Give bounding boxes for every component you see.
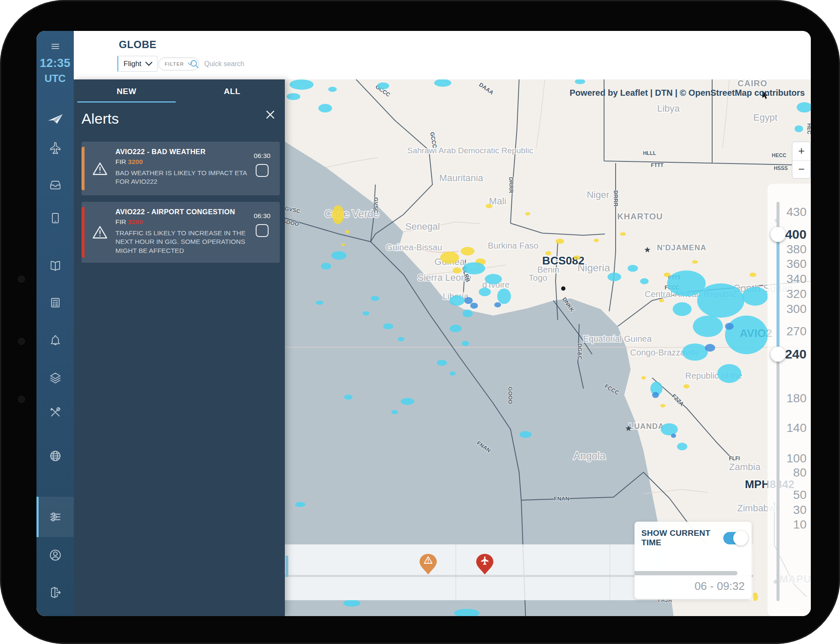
alert-fir: FIR 3200 — [115, 218, 248, 226]
timeline-now-indicator[interactable] — [286, 556, 288, 577]
alert-card-airport-congestion[interactable]: AVIO222 - AIRPORT CONGESTION FIR 3200 TR… — [82, 202, 280, 263]
alert-message: TRAFFIC IS LIKELY TO INCREASE IN THE NEX… — [115, 229, 248, 255]
map-label-co: Equatorial Guinea — [583, 334, 652, 343]
weather-cell — [594, 239, 599, 242]
map-label-ci: CAIRO — [737, 79, 767, 88]
weather-cell — [574, 255, 580, 260]
weather-cell — [321, 263, 331, 270]
weather-cell — [673, 302, 692, 316]
weather-cell — [652, 392, 659, 398]
show-current-time-row: SHOW CURRENT TIME — [641, 529, 746, 547]
search-type-dropdown[interactable]: Flight — [117, 56, 157, 72]
weather-cell — [628, 265, 638, 272]
sidebar-item-flights[interactable] — [36, 136, 74, 160]
book-icon — [48, 259, 62, 273]
weather-cell — [479, 288, 491, 296]
map-label-fi: DGAC — [577, 343, 583, 360]
warning-triangle-icon — [91, 225, 109, 240]
bell-icon — [48, 334, 62, 347]
menu-hamburger-button[interactable] — [36, 34, 74, 58]
weather-cell — [363, 311, 369, 316]
quick-search-input[interactable]: Quick search — [190, 58, 244, 70]
weather-cell — [318, 104, 332, 112]
weather-cell — [470, 303, 478, 309]
weather-cell — [667, 270, 706, 296]
tablet-mockup: 12:35 UTC — [0, 0, 840, 644]
weather-cell — [461, 247, 474, 255]
news-icon — [48, 296, 62, 310]
hamburger-icon — [48, 39, 62, 53]
level-slider-handle-upper[interactable] — [771, 227, 786, 242]
tab-new[interactable]: NEW — [74, 79, 179, 103]
alert-time: 06:30 — [254, 152, 271, 160]
weather-cell — [683, 384, 689, 389]
weather-cell — [344, 395, 353, 400]
map-label-fi: HSSS — [774, 165, 788, 171]
alerts-tabs: NEW ALL — [74, 79, 285, 103]
zoom-out-button[interactable]: − — [792, 161, 810, 179]
level-label-340: 340 — [786, 272, 807, 286]
level-label-380: 380 — [786, 243, 807, 256]
map-label-fi: FLFI — [729, 456, 740, 462]
close-alerts-button[interactable] — [264, 109, 276, 121]
sidebar-item-settings-active[interactable] — [36, 497, 74, 537]
layers-icon — [48, 371, 62, 385]
timeline-marker-flight[interactable] — [475, 553, 494, 576]
alerts-title: Alerts — [82, 110, 119, 127]
sidebar-item-device[interactable] — [36, 206, 74, 230]
map-label-ci: N'DJAMENA — [657, 243, 706, 252]
map-label-co: Guinea-Bissau — [386, 243, 442, 252]
severity-bar — [82, 207, 85, 258]
weather-cell — [620, 232, 626, 236]
toggle-knob — [733, 531, 748, 546]
sidebar-item-reports[interactable] — [36, 291, 74, 315]
sidebar-item-tools[interactable] — [36, 400, 74, 424]
map-label-co: Mauritania — [439, 173, 483, 183]
weather-cell — [607, 273, 621, 281]
tab-all[interactable]: ALL — [179, 79, 285, 103]
weather-cell — [343, 600, 360, 607]
chevron-down-icon — [145, 61, 153, 67]
sidebar-item-logout[interactable] — [36, 580, 74, 605]
weather-cell — [371, 296, 379, 301]
logout-icon — [48, 586, 62, 599]
alert-body: AVIO222 - AIRPORT CONGESTION FIR 3200 TR… — [115, 207, 248, 258]
alert-fir: FIR 3200 — [115, 158, 248, 166]
level-slider-handle-lower[interactable] — [771, 347, 786, 362]
sidebar-item-layers[interactable] — [36, 366, 74, 390]
sidebar-item-inbox[interactable] — [36, 173, 74, 197]
search-type-value: Flight — [124, 60, 142, 68]
app-logo — [36, 106, 74, 131]
weather-cell — [295, 502, 305, 507]
zoom-in-button[interactable]: + — [792, 142, 810, 161]
weather-cell — [497, 289, 511, 304]
weather-cell — [463, 262, 485, 274]
level-track-selected[interactable] — [777, 234, 780, 354]
timeline-scroll-bar[interactable] — [635, 571, 737, 575]
sidebar-item-notifications[interactable] — [36, 328, 74, 352]
weather-cell — [682, 343, 708, 361]
alert-time: 06:30 — [254, 212, 271, 220]
alert-card-bad-weather[interactable]: AVIO222 - BAD WEATHER FIR 3200 BAD WEATH… — [82, 142, 280, 195]
level-label-360: 360 — [786, 257, 807, 271]
weather-cell — [377, 82, 389, 89]
alert-checkbox[interactable] — [256, 164, 269, 177]
map-label-fi: FTTT — [651, 162, 664, 168]
show-current-time-toggle[interactable] — [723, 532, 746, 544]
alert-checkbox[interactable] — [256, 224, 269, 237]
weather-cell — [290, 79, 314, 90]
sidebar-item-globe[interactable] — [36, 444, 74, 468]
tools-icon — [48, 405, 62, 419]
weather-cell — [525, 212, 530, 216]
weather-cell — [795, 125, 803, 132]
alert-side: 06:30 — [248, 207, 276, 258]
clock-timezone: UTC — [36, 73, 74, 85]
level-track-lower[interactable] — [777, 354, 780, 601]
fir-label: FIR — [115, 158, 126, 165]
sidebar-item-profile[interactable] — [36, 543, 74, 567]
show-current-time-label: SHOW CURRENT TIME — [641, 529, 719, 547]
sidebar-item-briefing[interactable] — [36, 254, 74, 278]
sidebar: 12:35 UTC — [36, 31, 74, 616]
timeline-marker-weather-warning[interactable] — [419, 553, 438, 576]
warning-triangle-icon — [91, 161, 109, 176]
